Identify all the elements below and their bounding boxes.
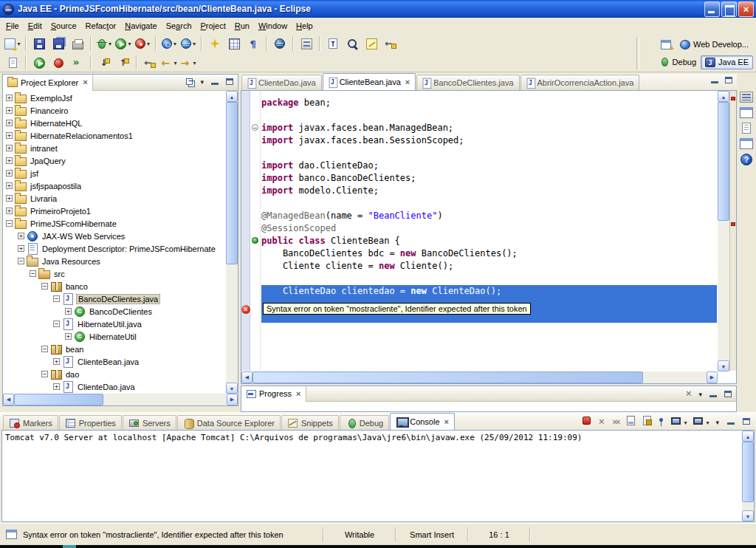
maximize-window-button[interactable]	[721, 1, 737, 17]
dropdown-arrow-icon[interactable]: ▾	[193, 41, 196, 47]
perspective-debug[interactable]: Debug	[656, 55, 701, 69]
skip-all-breakpoints-button[interactable]	[69, 55, 86, 71]
editor-tab-clientedao-java[interactable]: ClienteDao.java	[241, 75, 322, 90]
scroll-down-icon[interactable]: ▼	[718, 360, 729, 371]
expand-icon[interactable]: +	[6, 120, 13, 126]
minimize-window-button[interactable]	[704, 1, 720, 17]
maximize-icon[interactable]	[725, 77, 732, 83]
tree-item-primeiroprojeto1[interactable]: +PrimeiroProjeto1	[3, 205, 225, 217]
pin-console-button[interactable]	[658, 417, 664, 426]
perspective-web-development[interactable]: Web Develop...	[676, 38, 753, 52]
collapse-all-icon[interactable]	[186, 78, 193, 85]
scrollbar-track[interactable]	[14, 394, 227, 405]
annotation-ruler[interactable]: ×	[241, 91, 250, 371]
code-line[interactable]	[261, 109, 717, 122]
code-line[interactable]: Cliente cliente = new Cliente();	[261, 260, 717, 273]
code-line[interactable]: BancoDeClientes bdc = new BancoDeCliente…	[261, 247, 717, 260]
code-line[interactable]: import banco.BancoDeClientes;	[261, 172, 717, 185]
tree-vertical-scrollbar[interactable]: ▲ ▼	[226, 91, 238, 394]
scroll-down-icon[interactable]: ▼	[742, 510, 754, 521]
fold-collapse-icon[interactable]: −	[252, 124, 258, 131]
clear-console-button[interactable]	[625, 416, 636, 427]
dropdown-arrow-icon[interactable]: ▾	[17, 41, 20, 47]
scrollbar-thumb[interactable]	[742, 442, 754, 502]
display-selected-console-button[interactable]: ▾	[670, 417, 687, 426]
tree-item-bancodeclientes[interactable]: +BancoDeClientes	[3, 305, 225, 318]
help-icon[interactable]: ?	[740, 154, 752, 165]
tree-item-bean[interactable]: −bean	[3, 343, 225, 355]
collapse-icon[interactable]: −	[41, 283, 48, 290]
tree-item-jpaquery[interactable]: +JpaQuery	[3, 154, 225, 167]
minimize-view-icon[interactable]	[211, 78, 219, 85]
dropdown-arrow-icon[interactable]: ▾	[706, 419, 709, 426]
menu-source[interactable]: Source	[47, 19, 81, 32]
editor-horizontal-scrollbar[interactable]: ◀ ▶	[241, 371, 718, 383]
open-editor-button[interactable]	[4, 55, 21, 71]
tree-item-financeiro[interactable]: +Financeiro	[3, 104, 225, 117]
open-perspective-button[interactable]	[657, 36, 675, 52]
code-line[interactable]: public class ClienteBean {	[261, 235, 717, 247]
scroll-down-icon[interactable]: ▼	[226, 383, 238, 394]
tab-debug[interactable]: Debug	[340, 415, 389, 430]
expand-icon[interactable]: +	[53, 383, 60, 390]
tab-properties[interactable]: Properties	[59, 415, 122, 430]
menu-help[interactable]: Help	[292, 19, 317, 32]
code-line[interactable]	[261, 273, 717, 285]
tree-item-hibernatehql[interactable]: +HibernateHQL	[3, 117, 225, 129]
java-element-wizard-button[interactable]	[206, 35, 224, 52]
minimized-view-document-icon[interactable]	[742, 123, 751, 134]
remove-finished-operations-icon[interactable]	[686, 388, 692, 399]
scrollbar-track[interactable]	[226, 102, 238, 383]
code-line[interactable]: @ManagedBean(name = "BeanCliente")	[261, 210, 717, 222]
tab-markers[interactable]: Markers	[3, 415, 58, 430]
search-button[interactable]	[343, 35, 361, 52]
expand-icon[interactable]: +	[6, 195, 13, 202]
tree-item-clientedao-java[interactable]: +ClienteDao.java	[3, 380, 225, 393]
dropdown-arrow-icon[interactable]: ▾	[173, 41, 176, 47]
collapse-icon[interactable]: −	[53, 295, 60, 302]
tree-item-clientebean-java[interactable]: +ClienteBean.java	[3, 355, 225, 368]
menu-project[interactable]: Project	[196, 19, 230, 32]
terminate-button[interactable]	[581, 417, 592, 426]
dropdown-arrow-icon[interactable]: ▾	[147, 41, 150, 47]
previous-annotation-button[interactable]	[114, 55, 132, 71]
tree-item-banco[interactable]: −banco	[3, 280, 225, 292]
forward-button[interactable]: ▾	[179, 55, 197, 71]
expand-icon[interactable]: +	[53, 358, 60, 365]
external-tools-button[interactable]: ▾	[134, 35, 151, 52]
minimized-view-window-icon[interactable]	[740, 107, 753, 118]
save-all-button[interactable]	[49, 35, 67, 52]
code-line[interactable]: import javax.faces.bean.SessionScoped;	[261, 134, 717, 147]
expand-icon[interactable]: +	[18, 233, 24, 239]
tree-item-livraria[interactable]: +Livraria	[3, 192, 225, 205]
maximize-view-icon[interactable]	[226, 78, 233, 85]
view-menu-icon[interactable]	[698, 389, 702, 398]
tab-data-source-explorer[interactable]: Data Source Explorer	[177, 415, 281, 430]
tree-item-dao[interactable]: −dao	[3, 368, 225, 380]
folding-ruler[interactable]: −	[251, 91, 261, 371]
code-line[interactable]: @SessionScoped	[261, 222, 717, 235]
perspective-java-ee[interactable]: Java EE	[701, 55, 753, 69]
code-line[interactable]: import dao.ClienteDao;	[261, 160, 717, 172]
scroll-lock-button[interactable]	[642, 416, 653, 427]
expand-icon[interactable]: +	[6, 170, 13, 177]
menu-window[interactable]: Window	[254, 19, 292, 32]
dropdown-arrow-icon[interactable]: ▾	[193, 60, 196, 66]
expand-icon[interactable]: +	[6, 145, 13, 151]
tab-snippets[interactable]: Snippets	[281, 415, 339, 430]
tab-project-explorer[interactable]: Project Explorer ×	[3, 75, 93, 91]
collapse-icon[interactable]: −	[18, 258, 24, 264]
minimize-view-icon[interactable]	[709, 391, 717, 397]
terminate-launch-button[interactable]	[49, 55, 67, 71]
new-web-service-button[interactable]: ▾	[160, 35, 178, 52]
tree-item-primejsfcomhibernate[interactable]: −PrimeJSFcomHibernate	[3, 217, 225, 230]
minimize-icon[interactable]	[711, 77, 718, 83]
collapse-icon[interactable]: −	[53, 321, 60, 327]
open-type-button[interactable]	[324, 35, 342, 52]
tree-item-jsf[interactable]: +jsf	[3, 167, 225, 179]
tree-item-hibernaterelacionamentos1[interactable]: +HibernateRelacionamentos1	[3, 129, 225, 142]
scrollbar-thumb[interactable]	[226, 102, 238, 264]
expand-icon[interactable]: +	[6, 157, 13, 164]
close-icon[interactable]: ×	[83, 78, 87, 86]
close-icon[interactable]: ×	[444, 418, 449, 426]
